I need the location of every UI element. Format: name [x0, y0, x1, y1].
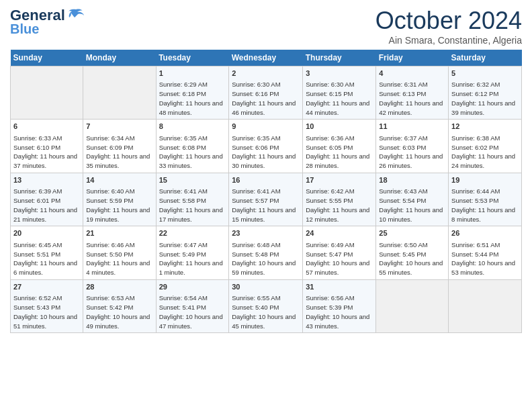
day-info: Sunrise: 6:30 AM Sunset: 6:16 PM Dayligh…: [232, 80, 300, 117]
calendar-cell: 8Sunrise: 6:35 AM Sunset: 6:08 PM Daylig…: [156, 120, 229, 173]
day-number: 16: [232, 175, 300, 185]
day-info: Sunrise: 6:40 AM Sunset: 5:59 PM Dayligh…: [86, 187, 152, 224]
day-number: 15: [159, 175, 226, 185]
calendar-cell: 19Sunrise: 6:44 AM Sunset: 5:53 PM Dayli…: [449, 173, 522, 226]
day-number: 29: [159, 282, 226, 292]
month-title: October 2024: [375, 7, 522, 35]
day-info: Sunrise: 6:38 AM Sunset: 6:02 PM Dayligh…: [451, 134, 519, 171]
day-number: 5: [451, 68, 519, 79]
day-number: 27: [13, 282, 80, 292]
day-info: Sunrise: 6:49 AM Sunset: 5:47 PM Dayligh…: [306, 240, 373, 277]
calendar-week-row: 13Sunrise: 6:39 AM Sunset: 6:01 PM Dayli…: [11, 173, 522, 226]
day-info: Sunrise: 6:31 AM Sunset: 6:13 PM Dayligh…: [379, 80, 445, 117]
day-info: Sunrise: 6:46 AM Sunset: 5:50 PM Dayligh…: [86, 240, 152, 277]
day-number: 20: [13, 228, 80, 238]
calendar-cell: 2Sunrise: 6:30 AM Sunset: 6:16 PM Daylig…: [229, 66, 303, 120]
calendar-cell: 18Sunrise: 6:43 AM Sunset: 5:54 PM Dayli…: [376, 173, 449, 226]
day-info: Sunrise: 6:48 AM Sunset: 5:48 PM Dayligh…: [232, 240, 300, 277]
calendar-cell: [449, 279, 522, 332]
calendar-cell: 12Sunrise: 6:38 AM Sunset: 6:02 PM Dayli…: [449, 120, 522, 173]
day-number: 4: [379, 68, 445, 79]
day-info: Sunrise: 6:44 AM Sunset: 5:53 PM Dayligh…: [451, 187, 519, 224]
day-info: Sunrise: 6:50 AM Sunset: 5:45 PM Dayligh…: [379, 240, 445, 277]
day-info: Sunrise: 6:32 AM Sunset: 6:12 PM Dayligh…: [451, 80, 519, 117]
day-info: Sunrise: 6:56 AM Sunset: 5:39 PM Dayligh…: [306, 293, 373, 330]
day-number: 19: [451, 175, 519, 185]
day-info: Sunrise: 6:45 AM Sunset: 5:51 PM Dayligh…: [13, 240, 80, 277]
day-number: 6: [13, 122, 80, 132]
day-number: 7: [86, 122, 152, 132]
day-info: Sunrise: 6:55 AM Sunset: 5:40 PM Dayligh…: [232, 293, 300, 330]
day-number: 23: [232, 228, 300, 238]
day-number: 24: [306, 228, 373, 238]
page-container: General Blue October 2024 Ain Smara, Con…: [0, 0, 532, 336]
day-number: 11: [379, 122, 445, 132]
day-number: 8: [159, 122, 226, 132]
logo: General Blue: [10, 7, 85, 37]
calendar-cell: 27Sunrise: 6:52 AM Sunset: 5:43 PM Dayli…: [11, 279, 83, 332]
calendar-cell: 15Sunrise: 6:41 AM Sunset: 5:58 PM Dayli…: [156, 173, 229, 226]
calendar-header-row: Sunday Monday Tuesday Wednesday Thursday…: [11, 50, 522, 66]
calendar-cell: 11Sunrise: 6:37 AM Sunset: 6:03 PM Dayli…: [376, 120, 449, 173]
col-thursday: Thursday: [303, 50, 376, 66]
calendar-cell: 26Sunrise: 6:51 AM Sunset: 5:44 PM Dayli…: [449, 226, 522, 279]
location-subtitle: Ain Smara, Constantine, Algeria: [375, 35, 522, 46]
day-info: Sunrise: 6:34 AM Sunset: 6:09 PM Dayligh…: [86, 134, 152, 171]
day-info: Sunrise: 6:29 AM Sunset: 6:18 PM Dayligh…: [159, 80, 226, 117]
col-friday: Friday: [376, 50, 449, 66]
calendar-week-row: 1Sunrise: 6:29 AM Sunset: 6:18 PM Daylig…: [11, 66, 522, 120]
day-info: Sunrise: 6:53 AM Sunset: 5:42 PM Dayligh…: [86, 293, 152, 330]
calendar-cell: 25Sunrise: 6:50 AM Sunset: 5:45 PM Dayli…: [376, 226, 449, 279]
day-info: Sunrise: 6:41 AM Sunset: 5:58 PM Dayligh…: [159, 187, 226, 224]
day-number: 2: [232, 68, 300, 79]
day-number: 31: [306, 282, 373, 292]
day-number: 25: [379, 228, 445, 238]
day-info: Sunrise: 6:52 AM Sunset: 5:43 PM Dayligh…: [13, 293, 80, 330]
day-number: 12: [451, 122, 519, 132]
day-info: Sunrise: 6:54 AM Sunset: 5:41 PM Dayligh…: [159, 293, 226, 330]
col-tuesday: Tuesday: [156, 50, 229, 66]
day-info: Sunrise: 6:37 AM Sunset: 6:03 PM Dayligh…: [379, 134, 445, 171]
day-number: 28: [86, 282, 152, 292]
calendar-cell: 20Sunrise: 6:45 AM Sunset: 5:51 PM Dayli…: [11, 226, 83, 279]
calendar-week-row: 20Sunrise: 6:45 AM Sunset: 5:51 PM Dayli…: [11, 226, 522, 279]
day-number: 26: [451, 228, 519, 238]
title-section: October 2024 Ain Smara, Constantine, Alg…: [375, 7, 522, 46]
day-info: Sunrise: 6:35 AM Sunset: 6:08 PM Dayligh…: [159, 134, 226, 171]
calendar-cell: 28Sunrise: 6:53 AM Sunset: 5:42 PM Dayli…: [83, 279, 156, 332]
calendar-cell: 22Sunrise: 6:47 AM Sunset: 5:49 PM Dayli…: [156, 226, 229, 279]
day-number: 1: [159, 68, 226, 79]
calendar-cell: 31Sunrise: 6:56 AM Sunset: 5:39 PM Dayli…: [303, 279, 376, 332]
calendar-cell: 13Sunrise: 6:39 AM Sunset: 6:01 PM Dayli…: [11, 173, 83, 226]
day-info: Sunrise: 6:36 AM Sunset: 6:05 PM Dayligh…: [306, 134, 373, 171]
calendar-cell: 23Sunrise: 6:48 AM Sunset: 5:48 PM Dayli…: [229, 226, 303, 279]
calendar-cell: 29Sunrise: 6:54 AM Sunset: 5:41 PM Dayli…: [156, 279, 229, 332]
calendar-cell: 3Sunrise: 6:30 AM Sunset: 6:15 PM Daylig…: [303, 66, 376, 120]
calendar-cell: 7Sunrise: 6:34 AM Sunset: 6:09 PM Daylig…: [83, 120, 156, 173]
day-info: Sunrise: 6:30 AM Sunset: 6:15 PM Dayligh…: [306, 80, 373, 117]
day-number: 10: [306, 122, 373, 132]
day-number: 14: [86, 175, 152, 185]
day-number: 21: [86, 228, 152, 238]
logo-bird-icon: [66, 8, 85, 23]
calendar-cell: 17Sunrise: 6:42 AM Sunset: 5:55 PM Dayli…: [303, 173, 376, 226]
day-number: 22: [159, 228, 226, 238]
day-number: 18: [379, 175, 445, 185]
calendar-cell: [83, 66, 156, 120]
page-header: General Blue October 2024 Ain Smara, Con…: [10, 7, 522, 46]
col-monday: Monday: [83, 50, 156, 66]
day-info: Sunrise: 6:47 AM Sunset: 5:49 PM Dayligh…: [159, 240, 226, 277]
calendar-week-row: 6Sunrise: 6:33 AM Sunset: 6:10 PM Daylig…: [11, 120, 522, 173]
calendar-cell: 24Sunrise: 6:49 AM Sunset: 5:47 PM Dayli…: [303, 226, 376, 279]
calendar-cell: [376, 279, 449, 332]
calendar-cell: 21Sunrise: 6:46 AM Sunset: 5:50 PM Dayli…: [83, 226, 156, 279]
calendar-cell: 14Sunrise: 6:40 AM Sunset: 5:59 PM Dayli…: [83, 173, 156, 226]
day-info: Sunrise: 6:41 AM Sunset: 5:57 PM Dayligh…: [232, 187, 300, 224]
calendar-cell: 30Sunrise: 6:55 AM Sunset: 5:40 PM Dayli…: [229, 279, 303, 332]
day-number: 13: [13, 175, 80, 185]
day-number: 3: [306, 68, 373, 79]
col-sunday: Sunday: [11, 50, 83, 66]
calendar-cell: 6Sunrise: 6:33 AM Sunset: 6:10 PM Daylig…: [11, 120, 83, 173]
day-info: Sunrise: 6:35 AM Sunset: 6:06 PM Dayligh…: [232, 134, 300, 171]
day-info: Sunrise: 6:33 AM Sunset: 6:10 PM Dayligh…: [13, 134, 80, 171]
